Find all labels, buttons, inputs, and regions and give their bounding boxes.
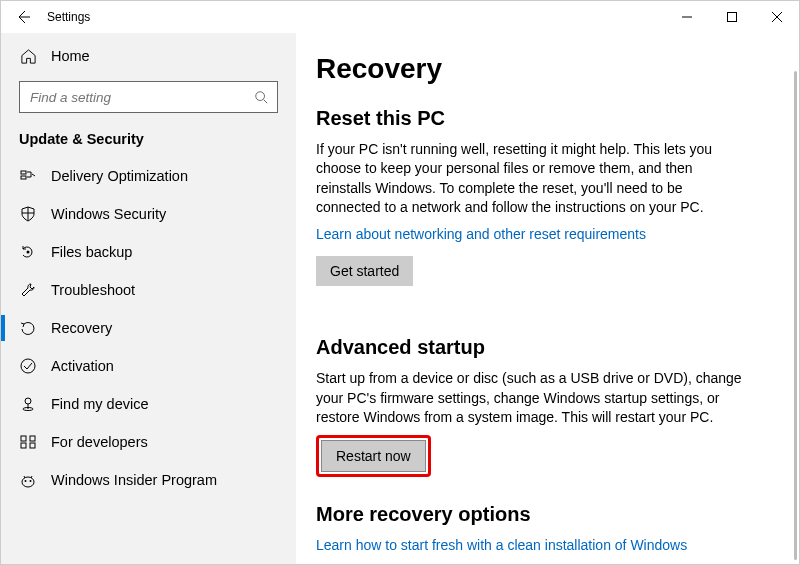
sidebar-item-label: Files backup	[51, 244, 132, 260]
sidebar-item-activation[interactable]: Activation	[19, 347, 278, 385]
shield-icon	[19, 205, 37, 223]
recovery-icon	[19, 319, 37, 337]
advanced-section: Advanced startup Start up from a device …	[316, 336, 769, 477]
check-circle-icon	[19, 357, 37, 375]
search-box[interactable]	[19, 81, 278, 113]
sidebar-item-windows-security[interactable]: Windows Security	[19, 195, 278, 233]
svg-rect-8	[21, 176, 26, 179]
svg-point-18	[22, 477, 34, 487]
search-input[interactable]	[20, 90, 245, 105]
more-link[interactable]: Learn how to start fresh with a clean in…	[316, 537, 687, 553]
home-icon	[19, 47, 37, 65]
svg-rect-2	[727, 13, 736, 22]
insider-icon	[19, 471, 37, 489]
close-button[interactable]	[754, 2, 799, 32]
scrollbar[interactable]	[794, 71, 797, 560]
svg-point-11	[27, 251, 30, 254]
wrench-icon	[19, 281, 37, 299]
more-section: More recovery options Learn how to start…	[316, 503, 769, 564]
restart-highlight: Restart now	[316, 435, 431, 477]
maximize-button[interactable]	[709, 2, 754, 32]
get-started-button[interactable]: Get started	[316, 256, 413, 286]
sidebar-item-troubleshoot[interactable]: Troubleshoot	[19, 271, 278, 309]
svg-point-13	[25, 398, 31, 404]
window-title: Settings	[47, 10, 90, 24]
sidebar-item-label: Windows Security	[51, 206, 166, 222]
sidebar-item-label: Windows Insider Program	[51, 472, 217, 488]
sidebar-item-for-developers[interactable]: For developers	[19, 423, 278, 461]
sidebar-item-delivery-optimization[interactable]: Delivery Optimization	[19, 157, 278, 195]
reset-link[interactable]: Learn about networking and other reset r…	[316, 226, 646, 242]
svg-rect-17	[30, 443, 35, 448]
more-heading: More recovery options	[316, 503, 769, 526]
sidebar-item-recovery[interactable]: Recovery	[19, 309, 278, 347]
main-content: Recovery Reset this PC If your PC isn't …	[296, 33, 799, 564]
backup-icon	[19, 243, 37, 261]
reset-section: Reset this PC If your PC isn't running w…	[316, 107, 769, 316]
back-icon[interactable]	[15, 9, 31, 25]
delivery-icon	[19, 167, 37, 185]
minimize-button[interactable]	[664, 2, 709, 32]
developers-icon	[19, 433, 37, 451]
svg-point-12	[21, 359, 35, 373]
search-icon	[245, 90, 277, 104]
svg-point-20	[30, 480, 32, 482]
svg-rect-16	[21, 443, 26, 448]
location-icon	[19, 395, 37, 413]
svg-line-6	[264, 100, 268, 104]
sidebar-item-find-my-device[interactable]: Find my device	[19, 385, 278, 423]
sidebar-item-label: For developers	[51, 434, 148, 450]
sidebar-item-label: Find my device	[51, 396, 149, 412]
svg-rect-14	[21, 436, 26, 441]
svg-rect-7	[21, 171, 26, 174]
home-label: Home	[51, 48, 90, 64]
title-bar: Settings	[1, 1, 799, 33]
reset-text: If your PC isn't running well, resetting…	[316, 140, 746, 217]
restart-now-button[interactable]: Restart now	[321, 440, 426, 472]
advanced-heading: Advanced startup	[316, 336, 769, 359]
sidebar-item-label: Troubleshoot	[51, 282, 135, 298]
sidebar-item-windows-insider[interactable]: Windows Insider Program	[19, 461, 278, 499]
nav-group-title: Update & Security	[19, 131, 278, 147]
svg-point-19	[25, 480, 27, 482]
sidebar-item-label: Recovery	[51, 320, 112, 336]
page-title: Recovery	[316, 53, 769, 85]
sidebar-item-label: Delivery Optimization	[51, 168, 188, 184]
sidebar-item-files-backup[interactable]: Files backup	[19, 233, 278, 271]
sidebar-item-label: Activation	[51, 358, 114, 374]
svg-point-5	[256, 92, 265, 101]
sidebar: Home Update & Security Delivery Optimiza…	[1, 33, 296, 564]
svg-rect-15	[30, 436, 35, 441]
reset-heading: Reset this PC	[316, 107, 769, 130]
home-link[interactable]: Home	[19, 33, 278, 75]
advanced-text: Start up from a device or disc (such as …	[316, 369, 746, 427]
